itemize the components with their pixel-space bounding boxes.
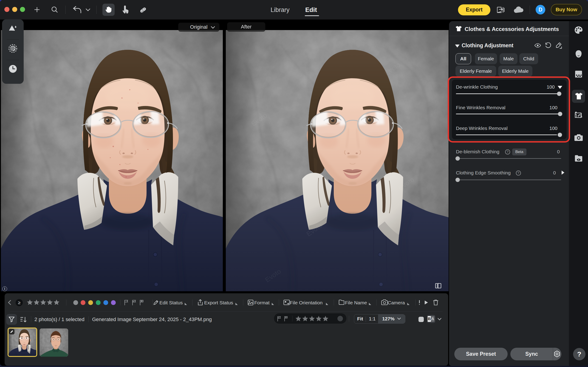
svg-text:?: ? <box>518 171 519 175</box>
svg-text:?: ? <box>507 150 509 154</box>
